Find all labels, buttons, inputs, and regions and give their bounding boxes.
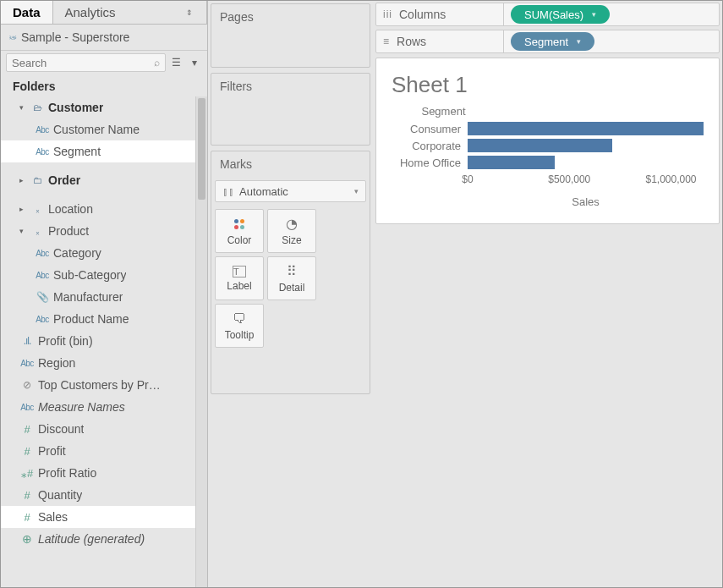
bar[interactable] xyxy=(468,156,555,169)
field-customer-name[interactable]: AbcCustomer Name xyxy=(1,118,207,140)
chevron-down-icon: ▾ xyxy=(354,187,359,195)
field-product-name[interactable]: AbcProduct Name xyxy=(1,308,207,330)
number-icon: # xyxy=(19,511,35,524)
marks-color[interactable]: Color xyxy=(215,209,264,253)
number-icon: ⁎# xyxy=(19,467,35,480)
field-label: Category xyxy=(50,246,101,260)
set-icon: ⊘ xyxy=(19,379,35,391)
folder-location[interactable]: ▸ₓLocation xyxy=(1,198,207,220)
marks-label[interactable]: T Label xyxy=(215,256,264,300)
chart-row[interactable]: Consumer xyxy=(386,120,704,137)
field-quantity[interactable]: #Quantity xyxy=(1,484,207,506)
folder-label: Order xyxy=(45,173,80,187)
number-icon: # xyxy=(19,423,35,436)
pages-shelf[interactable]: Pages xyxy=(211,3,370,68)
chart-row[interactable]: Home Office xyxy=(386,154,704,171)
datasource-icon: ⎃ xyxy=(9,30,16,44)
caret-right-icon: ▸ xyxy=(19,176,30,184)
x-axis[interactable]: $0$500,000$1,000,000 xyxy=(468,173,704,194)
field-region[interactable]: AbcRegion xyxy=(1,352,207,374)
paperclip-icon: 📎 xyxy=(35,291,50,303)
chevron-down-icon: ▾ xyxy=(592,10,596,19)
marks-label: Detail xyxy=(279,282,305,294)
axis-tick: $0 xyxy=(462,173,473,185)
chevron-updown-icon: ⇕ xyxy=(184,8,194,17)
abc-icon: Abc xyxy=(19,359,35,368)
search-input-wrapper[interactable]: ⌕ xyxy=(6,53,166,72)
category-label: Consumer xyxy=(386,123,468,135)
marks-label: Tooltip xyxy=(225,329,255,341)
abc-icon: Abc xyxy=(35,315,50,324)
field-label: Product Name xyxy=(50,312,129,326)
pill-segment[interactable]: Segment▾ xyxy=(511,32,594,51)
bar[interactable] xyxy=(468,139,612,152)
field-category[interactable]: AbcCategory xyxy=(1,242,207,264)
bar-chart-icon: ⫿⫿ xyxy=(222,185,234,198)
tab-data[interactable]: Data xyxy=(1,1,53,24)
field-latitude[interactable]: ⊕Latitude (generated) xyxy=(1,528,207,550)
scrollbar[interactable] xyxy=(195,96,207,587)
folder-customer[interactable]: ▾🗁Customer xyxy=(1,96,207,118)
field-label: Measure Names xyxy=(35,400,125,414)
rows-label: Rows xyxy=(397,35,426,48)
field-label: Profit xyxy=(35,444,66,458)
marks-type-select[interactable]: ⫿⫿ Automatic ▾ xyxy=(215,180,366,202)
rows-shelf[interactable]: ≡Rows Segment▾ xyxy=(375,30,720,53)
abc-icon: Abc xyxy=(35,249,50,258)
pill-sum-sales[interactable]: SUM(Sales)▾ xyxy=(511,5,610,24)
hierarchy-icon: ₓ xyxy=(30,204,45,215)
pages-title: Pages xyxy=(211,4,370,30)
hierarchy-icon: ₓ xyxy=(30,226,45,237)
bar[interactable] xyxy=(468,122,704,135)
field-profit-bin[interactable]: .ıl.Profit (bin) xyxy=(1,330,207,352)
size-icon: ◔ xyxy=(286,217,298,232)
marks-size[interactable]: ◔ Size xyxy=(267,209,316,253)
field-label: Segment xyxy=(50,145,101,158)
field-label: Region xyxy=(35,356,75,370)
axis-tick: $1,000,000 xyxy=(645,173,696,185)
marks-tooltip[interactable]: 🗨 Tooltip xyxy=(215,304,264,348)
axis-tick: $500,000 xyxy=(548,173,590,185)
datasource-row[interactable]: ⎃ Sample - Superstore xyxy=(1,25,207,51)
abc-icon: Abc xyxy=(35,271,50,280)
caret-down-icon: ▾ xyxy=(19,227,30,235)
bars-container: ConsumerCorporateHome Office xyxy=(386,120,704,171)
abc-icon: Abc xyxy=(35,125,50,135)
field-segment[interactable]: AbcSegment xyxy=(1,140,207,162)
field-profit-ratio[interactable]: ⁎#Profit Ratio xyxy=(1,462,207,484)
field-manufacturer[interactable]: 📎Manufacturer xyxy=(1,286,207,308)
marks-detail[interactable]: ⠿ Detail xyxy=(267,256,316,300)
field-label: Profit (bin) xyxy=(35,334,93,348)
scroll-thumb[interactable] xyxy=(198,98,205,200)
field-subcategory[interactable]: AbcSub-Category xyxy=(1,264,207,286)
tab-analytics[interactable]: Analytics ⇕ xyxy=(53,1,207,24)
field-measure-names[interactable]: AbcMeasure Names xyxy=(1,396,207,418)
worksheet-viz: Sheet 1 Segment ConsumerCorporateHome Of… xyxy=(375,58,720,224)
fields-tree: ▾🗁Customer AbcCustomer Name AbcSegment ▸… xyxy=(1,96,207,587)
tooltip-icon: 🗨 xyxy=(233,311,246,327)
globe-icon: ⊕ xyxy=(19,532,35,546)
field-label: Latitude (generated) xyxy=(35,532,145,546)
filters-title: Filters xyxy=(211,74,370,99)
folder-order[interactable]: ▸🗀Order xyxy=(1,169,207,191)
number-icon: # xyxy=(19,445,35,458)
columns-shelf[interactable]: iiiColumns SUM(Sales)▾ xyxy=(375,3,720,26)
field-label: Manufacturer xyxy=(50,290,123,304)
search-input[interactable] xyxy=(12,57,154,69)
tab-analytics-label: Analytics xyxy=(65,5,116,19)
columns-label: Columns xyxy=(399,8,446,21)
field-discount[interactable]: #Discount xyxy=(1,418,207,440)
chart-row[interactable]: Corporate xyxy=(386,137,704,154)
folder-product[interactable]: ▾ₓProduct xyxy=(1,220,207,242)
sheet-title[interactable]: Sheet 1 xyxy=(386,69,704,105)
folder-label: Product xyxy=(45,224,89,238)
field-sales[interactable]: #Sales xyxy=(1,506,207,528)
menu-dropdown-icon[interactable]: ▾ xyxy=(188,55,203,70)
field-profit[interactable]: #Profit xyxy=(1,440,207,462)
field-label: Quantity xyxy=(35,488,82,502)
axis-label: Sales xyxy=(468,195,704,208)
field-top-customers[interactable]: ⊘Top Customers by Pr… xyxy=(1,374,207,396)
view-list-icon[interactable]: ☰ xyxy=(169,55,184,70)
columns-icon: iii xyxy=(383,8,392,20)
field-label: Sales xyxy=(35,510,68,524)
